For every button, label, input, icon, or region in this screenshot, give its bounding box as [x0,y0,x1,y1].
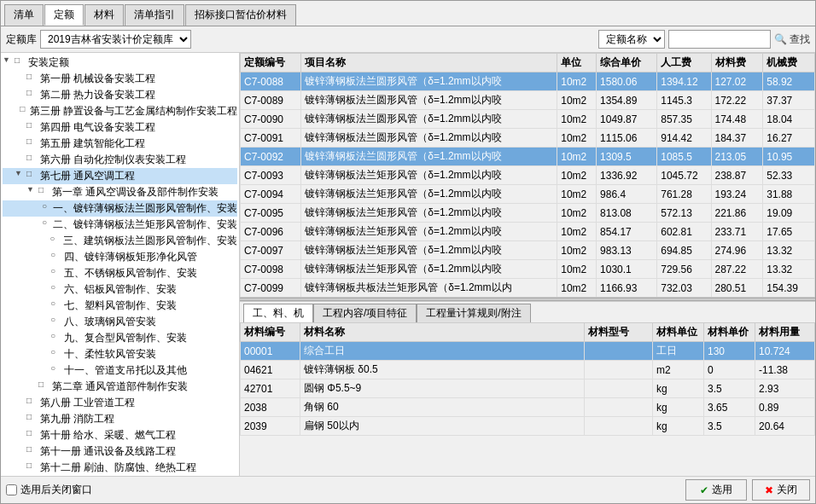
header-code: 定额编号 [241,54,301,72]
cell-name: 镀锌薄钢板共板法兰矩形风管（δ=1.2mm以内 [301,279,557,298]
search-input[interactable] [668,30,771,49]
table-row[interactable]: C7-0089 镀锌薄钢板法兰圆形风管（δ=1.2mm以内咬 10m2 1354… [241,91,815,110]
tree-node[interactable]: ○ 五、不锈钢板风管制作、安装 [3,265,237,281]
tree-node[interactable]: ▼ □ 安装定额 [3,55,237,71]
tree-node[interactable]: □ 第九册 消防工程 [3,411,237,427]
cell-name: 镀锌薄钢板法兰矩形风管（δ=1.2mm以内咬 [301,241,557,260]
table-row[interactable]: C7-0099 镀锌薄钢板共板法兰矩形风管（δ=1.2mm以内 10m2 116… [241,279,815,298]
tree-node[interactable]: ○ 九、复合型风管制作、安装 [3,330,237,346]
lower-header-price: 材料单价 [704,323,755,342]
table-row[interactable]: C7-0098 镀锌薄钢板法兰矩形风管（δ=1.2mm以内咬 10m2 1030… [241,260,815,279]
list-item[interactable]: 42701 圆钢 Φ5.5~9 kg 3.5 2.93 [241,379,815,398]
cell-labor: 761.28 [657,185,711,204]
check-icon: ✔ [700,484,708,496]
close-after-select-checkbox[interactable] [6,484,17,495]
tree-node[interactable]: ○ 十一、管道支吊托以及其他 [3,362,237,379]
cell-total: 1049.87 [597,110,657,129]
lower-header-name: 材料名称 [300,323,585,342]
mat-price: 130 [704,342,755,361]
search-section: 定额名称 定额编号 🔍 查找 [598,30,810,49]
tree-node[interactable]: □ 第五册 建筑智能化工程 [3,136,237,152]
quota-lib-label: 定额库 [6,32,37,47]
status-right: ✔ 选用 ✖ 关闭 [685,479,810,501]
mat-qty: 0.89 [755,398,815,417]
header-total: 综合单价 [597,54,657,72]
tree-toggle-icon: ▼ [26,185,38,194]
tree-node-label: 第十二册 刷油、防腐蚀、绝热工程 [40,461,196,475]
tree-node[interactable]: ▼ □ 第七册 通风空调工程 [3,168,237,184]
close-after-select-label[interactable]: 选用后关闭窗口 [6,483,92,497]
tab-zhaobiao[interactable]: 招标接口暂估价材料 [185,4,296,26]
table-row[interactable]: C7-0095 镀锌薄钢板法兰矩形风管（δ=1.2mm以内咬 10m2 813.… [241,204,815,223]
close-button[interactable]: ✖ 关闭 [752,479,810,501]
table-row[interactable]: C7-0097 镀锌薄钢板法兰矩形风管（δ=1.2mm以内咬 10m2 983.… [241,241,815,260]
quota-name-select[interactable]: 定额名称 定额编号 [598,30,665,49]
table-row[interactable]: C7-0092 镀锌薄钢板法兰圆形风管（δ=1.2mm以内咬 10m2 1309… [241,148,815,166]
tree-node[interactable]: □ 第二册 热力设备安装工程 [3,87,237,103]
material-table: 材料编号 材料名称 材料型号 材料单位 材料单价 材料用量 00001 综合工日… [240,322,815,436]
tree-container[interactable]: ▼ □ 安装定额 □ 第一册 机械设备安装工程 □ 第二册 热力设备安装工程 □… [1,53,239,476]
cell-name: 镀锌薄钢板法兰矩形风管（δ=1.2mm以内咬 [301,223,557,241]
table-row[interactable]: C7-0094 镀锌薄钢板法兰矩形风管（δ=1.2mm以内咬 10m2 986.… [241,185,815,204]
tree-node[interactable]: □ 第三册 静置设备与工艺金属结构制作安装工程 [3,103,237,119]
tree-node[interactable]: □ 第八册 工业管道工程 [3,395,237,411]
cell-unit: 10m2 [557,91,597,110]
search-button[interactable]: 🔍 查找 [774,32,810,47]
tree-node-icon: ○ [50,266,64,275]
tree-node[interactable]: □ 第六册 自动化控制仪表安装工程 [3,152,237,168]
tree-node[interactable]: □ 第十一册 通讯设备及线路工程 [3,443,237,460]
tree-node[interactable]: ○ 七、塑料风管制作、安装 [3,298,237,314]
tree-node[interactable]: ○ 二、镀锌薄钢板法兰矩形风管制作、安装 [3,217,237,233]
cell-name: 镀锌薄钢板法兰矩形风管（δ=1.2mm以内咬 [301,185,557,204]
mat-type [585,379,653,398]
tree-node[interactable]: □ 第十册 给水、采暖、燃气工程 [3,427,237,443]
table-row[interactable]: C7-0088 镀锌薄钢板法兰圆形风管（δ=1.2mm以内咬 10m2 1580… [241,72,815,91]
mat-code: 42701 [241,379,300,398]
upper-table-wrap[interactable]: 定额编号 项目名称 单位 综合单价 人工费 材料费 机械费 C7-0088 镀锌… [240,53,815,298]
list-item[interactable]: 2038 角钢 60 kg 3.65 0.89 [241,398,815,417]
cell-code: C7-0089 [241,91,301,110]
cell-material: 172.22 [711,91,763,110]
list-item[interactable]: 00001 综合工日 工日 130 10.724 [241,342,815,361]
tab-qingdan[interactable]: 清单 [4,4,44,26]
tree-node-label: 第三册 静置设备与工艺金属结构制作安装工程 [30,104,237,119]
lower-table-wrap[interactable]: 材料编号 材料名称 材料型号 材料单位 材料单价 材料用量 00001 综合工日… [240,322,815,476]
tree-node[interactable]: □ 第二章 通风管道部件制作安装 [3,379,237,395]
table-row[interactable]: C7-0096 镀锌薄钢板法兰矩形风管（δ=1.2mm以内咬 10m2 854.… [241,223,815,241]
cell-labor: 602.81 [657,223,711,241]
ok-button[interactable]: ✔ 选用 [685,479,747,501]
tree-node[interactable]: ○ 三、建筑钢板法兰圆形风管制作、安装 [3,233,237,249]
mat-unit: kg [653,398,704,417]
tab-dinge[interactable]: 定额 [44,4,84,26]
tree-node-icon: □ [26,153,40,162]
tree-node[interactable]: ○ 一、镀锌薄钢板法兰圆形风管制作、安装 [3,200,237,217]
tree-node[interactable]: ▼ □ 第一章 通风空调设备及部件制作安装 [3,184,237,200]
table-row[interactable]: C7-0093 镀锌薄钢板法兰矩形风管（δ=1.2mm以内咬 10m2 1336… [241,166,815,185]
lower-header-unit: 材料单位 [653,323,704,342]
cell-code: C7-0090 [241,110,301,129]
tree-node-label: 八、玻璃钢风管安装 [64,315,156,329]
tree-node[interactable]: ○ 八、玻璃钢风管安装 [3,314,237,330]
tab-gongcheng-calc[interactable]: 工程量计算规则/附注 [417,304,530,322]
cell-unit: 10m2 [557,166,597,185]
quota-lib-select[interactable]: 2019吉林省安装计价定额库 [40,30,191,49]
tab-cailiao[interactable]: 材料 [85,4,124,26]
tab-qingdan-zhiyin[interactable]: 清单指引 [125,4,184,26]
table-row[interactable]: C7-0091 镀锌薄钢板法兰圆形风管（δ=1.2mm以内咬 10m2 1115… [241,129,815,148]
tree-node-icon: ○ [50,282,64,292]
tree-node[interactable]: □ 第一册 机械设备安装工程 [3,71,237,87]
tree-node-label: 第一册 机械设备安装工程 [40,72,155,86]
tab-gongliaoyi[interactable]: 工、料、机 [243,304,313,322]
status-left: 选用后关闭窗口 [6,483,92,497]
tree-node[interactable]: □ 第四册 电气设备安装工程 [3,119,237,136]
tree-node-icon: ○ [50,315,64,324]
table-row[interactable]: C7-0090 镀锌薄钢板法兰圆形风管（δ=1.2mm以内咬 10m2 1049… [241,110,815,129]
tree-node[interactable]: □ 第十二册 刷油、防腐蚀、绝热工程 [3,460,237,476]
tree-node[interactable]: ○ 十、柔性软风管安装 [3,346,237,362]
tree-node[interactable]: ○ 六、铝板风管制作、安装 [3,281,237,298]
list-item[interactable]: 2039 扁钢 50以内 kg 3.5 20.64 [241,417,815,436]
tree-node[interactable]: ○ 四、镀锌薄钢板矩形净化风管 [3,249,237,265]
tab-gongcheng-content[interactable]: 工程内容/项目特征 [313,304,417,322]
list-item[interactable]: 04621 镀锌薄钢板 δ0.5 m2 0 -11.38 [241,361,815,379]
right-panel: 定额编号 项目名称 单位 综合单价 人工费 材料费 机械费 C7-0088 镀锌… [240,53,815,476]
